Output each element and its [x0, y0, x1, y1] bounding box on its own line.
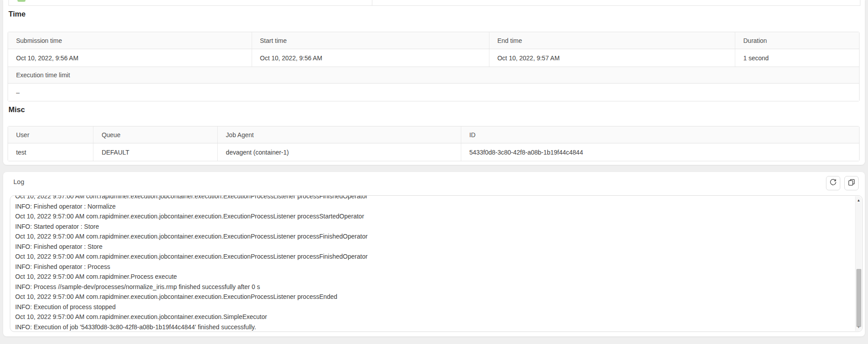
log-line: Oct 10, 2022 9:57:00 AM com.rapidminer.e… — [15, 252, 855, 262]
value-execution-time-limit: – — [8, 84, 859, 101]
value-job-agent: devagent (container-1) — [217, 143, 461, 161]
refresh-icon — [829, 178, 837, 188]
value-duration: 1 second — [735, 49, 859, 67]
log-line: INFO: Execution of process stopped — [15, 302, 855, 312]
log-line: INFO: Process //sample-dev/processes/nor… — [15, 282, 855, 292]
log-title: Log — [13, 178, 24, 185]
misc-table-value-row: test DEFAULT devagent (container-1) 5433… — [8, 143, 859, 161]
scroll-up-arrow-icon[interactable]: ▲ — [855, 197, 862, 203]
header-queue: Queue — [93, 126, 217, 143]
value-end-time: Oct 10, 2022, 9:57 AM — [489, 49, 735, 67]
scrollbar-thumb[interactable] — [856, 269, 861, 327]
log-card: Log Oct 10, 2022 9:57:00 AM com.rapidmin… — [3, 172, 865, 336]
header-id: ID — [461, 126, 859, 143]
value-user: test — [8, 143, 93, 161]
log-line: Oct 10, 2022 9:57:00 AM com.rapidminer.e… — [15, 196, 855, 201]
copy-icon — [847, 178, 855, 188]
scroll-down-arrow-icon[interactable]: ▼ — [855, 324, 862, 330]
value-queue: DEFAULT — [93, 143, 217, 161]
time-section-heading: Time — [8, 10, 25, 18]
status-badge-fragment — [17, 0, 25, 2]
header-job-agent: Job Agent — [217, 126, 461, 143]
misc-table-header-row: User Queue Job Agent ID — [8, 126, 859, 143]
time-table: Submission time Start time End time Dura… — [8, 32, 860, 101]
time-table-header-row: Submission time Start time End time Dura… — [8, 32, 859, 49]
header-user: User — [8, 126, 93, 143]
header-submission-time: Submission time — [8, 32, 252, 49]
value-submission-time: Oct 10, 2022, 9:56 AM — [8, 49, 252, 67]
misc-table: User Queue Job Agent ID test DEFAULT dev… — [8, 126, 860, 161]
log-line: Oct 10, 2022 9:57:00 AM com.rapidminer.e… — [15, 292, 855, 302]
value-id: 5433f0d8-3c80-42f8-a08b-1b19f44c4844 — [461, 143, 859, 161]
header-start-time: Start time — [252, 32, 489, 49]
log-line: Oct 10, 2022 9:57:00 AM com.rapidminer.e… — [15, 231, 855, 242]
log-line: Oct 10, 2022 9:57:00 AM com.rapidminer.e… — [15, 211, 855, 222]
log-scrollbar[interactable]: ▲ ▼ — [855, 196, 862, 331]
header-execution-time-limit: Execution time limit — [8, 67, 859, 83]
log-line: Oct 10, 2022 9:57:00 AM com.rapidminer.P… — [15, 272, 855, 282]
time-table-value-row: Oct 10, 2022, 9:56 AM Oct 10, 2022, 9:56… — [8, 49, 859, 67]
copy-log-button[interactable] — [844, 176, 859, 190]
misc-section-heading: Misc — [8, 105, 25, 114]
log-line: INFO: Started operator : Store — [15, 222, 855, 232]
log-lines: Oct 10, 2022 9:57:00 AM com.rapidminer.e… — [15, 196, 855, 331]
execution-time-limit-header-row: Execution time limit — [8, 67, 859, 83]
log-line: INFO: Finished operator : Store — [15, 242, 855, 252]
clipped-status-table — [8, 0, 860, 6]
header-duration: Duration — [735, 32, 859, 49]
log-line: Oct 10, 2022 9:57:00 AM com.rapidminer.e… — [15, 312, 855, 322]
log-line: INFO: Finished operator : Normalize — [15, 201, 855, 212]
log-content: Oct 10, 2022 9:57:00 AM com.rapidminer.e… — [10, 196, 855, 331]
log-line: INFO: Finished operator : Process — [15, 262, 855, 272]
log-line: INFO: Execution of job '5433f0d8-3c80-42… — [15, 322, 855, 332]
log-output-panel[interactable]: Oct 10, 2022 9:57:00 AM com.rapidminer.e… — [10, 195, 863, 332]
header-end-time: End time — [489, 32, 735, 49]
execution-time-limit-value-row: – — [8, 83, 859, 101]
refresh-log-button[interactable] — [826, 176, 840, 190]
details-card: Time Submission time Start time End time… — [3, 0, 865, 165]
table-column-divider — [372, 0, 372, 5]
value-start-time: Oct 10, 2022, 9:56 AM — [252, 49, 489, 67]
